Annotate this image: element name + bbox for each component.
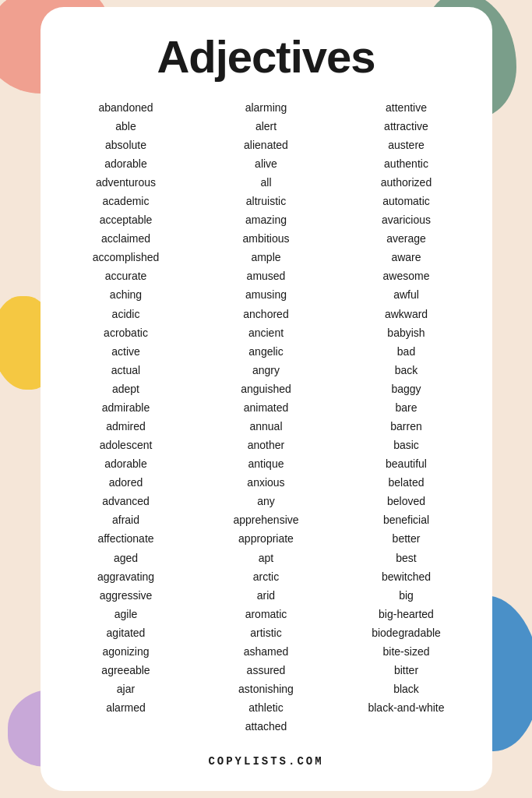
word-item: agreeable [101, 661, 150, 680]
word-item: arid [257, 586, 275, 605]
word-item: authentic [384, 154, 428, 173]
word-item: aged [114, 549, 138, 567]
word-item: appropriate [238, 529, 294, 548]
word-item: altruistic [246, 192, 286, 210]
word-item: all [260, 173, 271, 192]
word-item: attentive [386, 98, 427, 117]
word-item: barren [390, 417, 421, 436]
word-item: anguished [241, 380, 291, 398]
word-column-2: alarmingalertalienatedaliveallaltruistic… [196, 98, 336, 736]
word-item: ambitious [243, 229, 290, 248]
word-item: animated [244, 398, 289, 417]
word-item: agitated [107, 623, 146, 642]
word-item: academic [103, 192, 150, 210]
word-item: ajar [117, 680, 135, 698]
word-item: adventurous [96, 173, 156, 192]
word-item: alarming [245, 98, 287, 117]
word-item: belated [389, 473, 425, 492]
word-item: alarmed [106, 698, 146, 717]
word-item: black-and-white [368, 698, 444, 717]
word-item: adorable [104, 454, 147, 473]
word-item: amusing [245, 285, 287, 304]
word-item: anxious [247, 473, 284, 492]
word-item: athletic [248, 698, 283, 717]
word-item: bite-sized [383, 642, 430, 661]
word-item: awful [393, 285, 419, 304]
word-item: arctic [253, 567, 279, 586]
word-item: apprehensive [233, 510, 298, 529]
word-item: affectionate [97, 529, 153, 548]
word-item: austere [388, 136, 425, 154]
word-item: abandoned [98, 98, 153, 117]
word-item: authorized [381, 173, 432, 192]
word-item: bitter [394, 661, 418, 680]
word-item: back [395, 361, 418, 380]
word-item: angry [252, 361, 280, 380]
word-item: accurate [105, 267, 147, 285]
word-item: alienated [244, 136, 288, 154]
word-item: able [115, 117, 136, 136]
word-item: alive [255, 154, 277, 173]
word-column-3: attentiveattractiveaustereauthenticautho… [336, 98, 477, 736]
word-item: biodegradable [372, 623, 441, 642]
word-item: big-hearted [379, 605, 434, 623]
word-item: beneficial [383, 510, 429, 529]
word-item: aggressive [100, 586, 153, 605]
word-item: aware [391, 248, 421, 267]
word-item: attached [245, 717, 287, 736]
word-item: agile [115, 605, 138, 623]
word-item: average [386, 229, 426, 248]
word-item: accomplished [93, 248, 160, 267]
word-item: babyish [387, 323, 425, 342]
page-title: Adjectives [157, 30, 375, 83]
footer-text: COPYLISTS.COM [208, 755, 323, 768]
word-item: bad [397, 342, 415, 361]
word-item: acceptable [100, 210, 153, 229]
word-item: acidic [112, 305, 140, 323]
word-item: aching [110, 285, 142, 304]
word-item: agonizing [103, 642, 150, 661]
word-item: aromatic [245, 605, 287, 623]
word-item: antique [248, 454, 284, 473]
word-item: automatic [382, 192, 430, 210]
word-item: another [248, 436, 284, 454]
word-item: alert [255, 117, 277, 136]
word-item: amazing [245, 210, 287, 229]
word-item: acrobatic [104, 323, 148, 342]
word-item: amused [247, 267, 286, 285]
word-item: active [111, 342, 140, 361]
word-item: awkward [385, 305, 428, 323]
word-item: astonishing [238, 680, 294, 698]
word-columns: abandonedableabsoluteadorableadventurous… [56, 98, 477, 736]
word-item: acclaimed [101, 229, 150, 248]
word-item: admired [106, 417, 146, 436]
word-item: absolute [105, 136, 146, 154]
word-item: advanced [102, 492, 150, 510]
word-item: bewitched [382, 567, 431, 586]
word-item: ample [251, 248, 280, 267]
word-item: annual [249, 417, 282, 436]
word-item: admirable [102, 398, 150, 417]
word-item: beloved [387, 492, 425, 510]
word-item: attractive [384, 117, 428, 136]
word-item: ancient [248, 323, 284, 342]
word-item: afraid [112, 510, 139, 529]
word-item: ashamed [244, 642, 289, 661]
word-item: better [393, 529, 421, 548]
word-item: best [396, 549, 416, 567]
word-item: black [393, 680, 419, 698]
word-item: avaricious [382, 210, 431, 229]
word-column-1: abandonedableabsoluteadorableadventurous… [56, 98, 196, 736]
word-item: anchored [243, 305, 288, 323]
word-item: awesome [383, 267, 430, 285]
word-item: aggravating [97, 567, 154, 586]
word-item: artistic [250, 623, 281, 642]
word-item: angelic [248, 342, 283, 361]
word-item: any [257, 492, 275, 510]
word-item: adorable [104, 154, 147, 173]
word-item: assured [247, 661, 286, 680]
word-item: baggy [391, 380, 421, 398]
word-item: adolescent [100, 436, 153, 454]
word-item: big [399, 586, 414, 605]
word-item: bare [395, 398, 417, 417]
